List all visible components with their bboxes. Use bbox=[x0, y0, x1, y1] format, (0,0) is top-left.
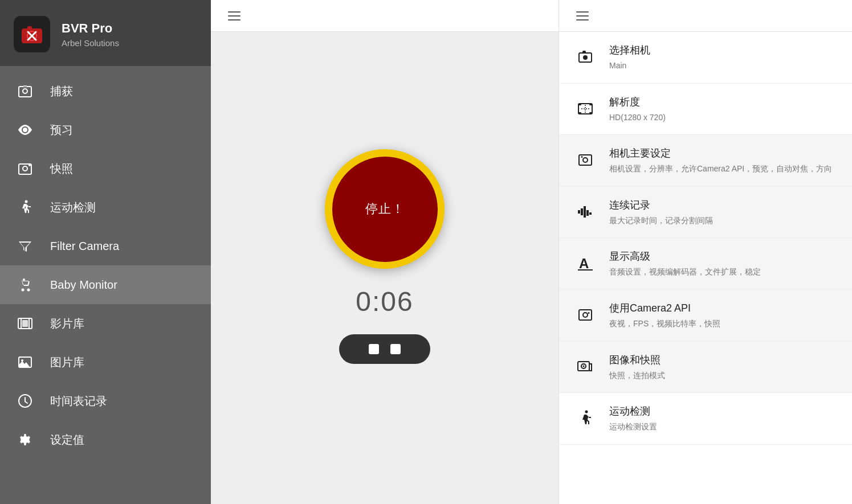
sidebar-item-baby[interactable]: Baby Monitor bbox=[0, 265, 211, 304]
gear-icon bbox=[16, 431, 34, 449]
stop-button[interactable]: 停止！ bbox=[332, 157, 438, 262]
display-advanced-subtitle: 音频设置，视频编解码器，文件扩展，稳定 bbox=[609, 267, 761, 278]
sidebar-item-settings[interactable]: 设定值 bbox=[0, 420, 211, 459]
settings-list: 选择相机 Main 解析度 HD(1280 x 720) 相机主要设定 相机设置… bbox=[559, 32, 852, 504]
app-subtitle: Arbel Solutions bbox=[62, 38, 119, 48]
main-content: 停止！ 0:06 bbox=[211, 0, 559, 504]
svg-point-6 bbox=[25, 200, 28, 203]
record-button-ring: 停止！ bbox=[325, 149, 445, 269]
camera-main-icon bbox=[573, 147, 598, 173]
select-camera-text: 选择相机 Main bbox=[609, 43, 650, 72]
settings-top-bar bbox=[559, 0, 852, 32]
sidebar-item-photos[interactable]: 图片库 bbox=[0, 343, 211, 382]
stroller-icon bbox=[16, 276, 34, 294]
walk-icon bbox=[16, 198, 34, 216]
svg-point-8 bbox=[27, 289, 30, 292]
settings-panel: 选择相机 Main 解析度 HD(1280 x 720) 相机主要设定 相机设置… bbox=[559, 0, 852, 504]
sidebar-nav: 捕获 预习 快照 运动检测 Filter Cam bbox=[0, 66, 211, 504]
app-name: BVR Pro bbox=[62, 21, 119, 36]
settings-item-camera2[interactable]: 使用Camera2 API 夜视，FPS，视频比特率，快照 bbox=[559, 290, 852, 342]
film-icon bbox=[16, 314, 34, 333]
sidebar-item-filter[interactable]: Filter Camera bbox=[0, 227, 211, 265]
timer-display: 0:06 bbox=[356, 286, 413, 317]
svg-point-7 bbox=[22, 289, 25, 292]
main-top-bar bbox=[211, 0, 559, 32]
sidebar-item-capture[interactable]: 捕获 bbox=[0, 72, 211, 110]
display-advanced-text: 显示高级 音频设置，视频编解码器，文件扩展，稳定 bbox=[609, 249, 761, 278]
waveform-icon bbox=[573, 199, 598, 224]
sidebar-label-photos: 图片库 bbox=[50, 355, 84, 370]
image-icon bbox=[16, 353, 34, 371]
sidebar-label-capture: 捕获 bbox=[50, 84, 73, 99]
camera2-subtitle: 夜视，FPS，视频比特率，快照 bbox=[609, 318, 720, 330]
camera-main-title: 相机主要设定 bbox=[609, 146, 832, 160]
sidebar-item-gallery[interactable]: 影片库 bbox=[0, 304, 211, 343]
camera2-text: 使用Camera2 API 夜视，FPS，视频比特率，快照 bbox=[609, 301, 720, 330]
resolution-subtitle: HD(1280 x 720) bbox=[609, 112, 666, 124]
filter-icon bbox=[16, 237, 34, 255]
settings-item-motion-detect[interactable]: 运动检测 运动检测设置 bbox=[559, 393, 852, 445]
select-camera-subtitle: Main bbox=[609, 60, 650, 72]
sidebar-label-motion: 运动检测 bbox=[50, 200, 96, 215]
control-square-1 bbox=[369, 344, 379, 354]
settings-item-resolution[interactable]: 解析度 HD(1280 x 720) bbox=[559, 84, 852, 136]
main-hamburger-button[interactable] bbox=[225, 8, 244, 24]
settings-hamburger-button[interactable] bbox=[573, 8, 592, 24]
sidebar-item-photo[interactable]: 快照 bbox=[0, 149, 211, 188]
motion-detect-title: 运动检测 bbox=[609, 404, 657, 418]
continuous-title: 连续记录 bbox=[609, 198, 713, 212]
text-a-icon: A bbox=[573, 251, 598, 276]
select-camera-title: 选择相机 bbox=[609, 43, 650, 57]
resolution-icon bbox=[573, 96, 598, 121]
controls-pill[interactable] bbox=[339, 334, 430, 364]
app-info: BVR Pro Arbel Solutions bbox=[62, 21, 119, 48]
camera-main-text: 相机主要设定 相机设置，分辨率，允许Camera2 API，预览，自动对焦，方向 bbox=[609, 146, 832, 175]
settings-item-continuous[interactable]: 连续记录 最大记录时间，记录分割间隔 bbox=[559, 187, 852, 239]
svg-point-17 bbox=[583, 55, 588, 60]
sidebar-label-baby: Baby Monitor bbox=[50, 278, 117, 292]
sidebar-label-settings: 设定值 bbox=[50, 432, 84, 448]
select-camera-icon bbox=[573, 44, 598, 69]
sidebar-item-motion[interactable]: 运动检测 bbox=[0, 188, 211, 227]
sidebar-label-gallery: 影片库 bbox=[50, 316, 84, 331]
app-logo bbox=[14, 16, 50, 52]
sidebar-item-preview[interactable]: 预习 bbox=[0, 110, 211, 149]
motion-detect-subtitle: 运动检测设置 bbox=[609, 421, 657, 433]
sidebar: BVR Pro Arbel Solutions 捕获 预习 快照 bbox=[0, 0, 211, 504]
svg-text:A: A bbox=[579, 256, 589, 271]
sidebar-label-preview: 预习 bbox=[50, 122, 73, 138]
svg-point-25 bbox=[583, 365, 585, 367]
control-square-2 bbox=[390, 344, 401, 354]
sidebar-item-timeline[interactable]: 时间表记录 bbox=[0, 382, 211, 420]
sidebar-header: BVR Pro Arbel Solutions bbox=[0, 0, 211, 66]
camera2-icon bbox=[573, 302, 598, 327]
svg-rect-12 bbox=[22, 320, 28, 327]
settings-item-select-camera[interactable]: 选择相机 Main bbox=[559, 32, 852, 84]
resolution-title: 解析度 bbox=[609, 95, 666, 109]
camera2-title: 使用Camera2 API bbox=[609, 301, 720, 315]
walk2-icon bbox=[573, 405, 598, 431]
settings-item-image-photo[interactable]: 图像和快照 快照，连拍模式 bbox=[559, 342, 852, 394]
settings-item-camera-main[interactable]: 相机主要设定 相机设置，分辨率，允许Camera2 API，预览，自动对焦，方向 bbox=[559, 135, 852, 187]
eye-icon bbox=[16, 121, 34, 139]
camera-alt-icon bbox=[16, 159, 34, 178]
continuous-text: 连续记录 最大记录时间，记录分割间隔 bbox=[609, 198, 713, 227]
image-photo-text: 图像和快照 快照，连拍模式 bbox=[609, 353, 665, 382]
center-panel: 停止！ 0:06 bbox=[211, 32, 559, 504]
svg-point-26 bbox=[585, 411, 588, 413]
svg-rect-2 bbox=[27, 26, 32, 30]
sidebar-label-photo: 快照 bbox=[50, 161, 73, 177]
stop-label: 停止！ bbox=[365, 200, 405, 218]
settings-item-display-advanced[interactable]: A 显示高级 音频设置，视频编解码器，文件扩展，稳定 bbox=[559, 238, 852, 290]
camera-icon bbox=[16, 82, 34, 100]
svg-rect-19 bbox=[578, 55, 580, 58]
image-photo-title: 图像和快照 bbox=[609, 353, 665, 367]
svg-point-5 bbox=[28, 164, 31, 166]
sidebar-label-timeline: 时间表记录 bbox=[50, 394, 107, 409]
sidebar-label-filter: Filter Camera bbox=[50, 240, 119, 253]
motion-detect-text: 运动检测 运动检测设置 bbox=[609, 404, 657, 433]
svg-rect-18 bbox=[582, 51, 586, 54]
image-photo-subtitle: 快照，连拍模式 bbox=[609, 370, 665, 382]
resolution-text: 解析度 HD(1280 x 720) bbox=[609, 95, 666, 124]
record-controls: 停止！ 0:06 bbox=[325, 149, 445, 364]
